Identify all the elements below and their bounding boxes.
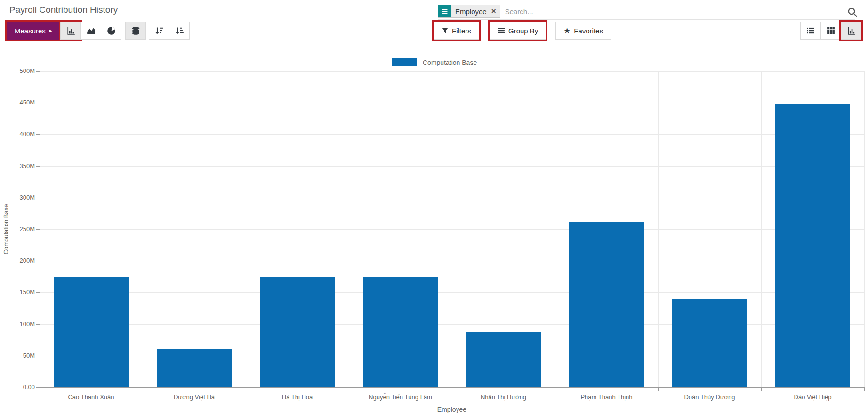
graph-view-icon bbox=[847, 26, 856, 35]
magnifier-icon[interactable] bbox=[847, 6, 862, 19]
bar-7[interactable] bbox=[672, 299, 747, 387]
y-tick-label: 150M bbox=[0, 289, 35, 296]
group-by-button[interactable]: Group By bbox=[490, 22, 546, 40]
x-tick-mark bbox=[349, 387, 349, 391]
y-axis-line bbox=[40, 71, 40, 387]
x-tick-mark bbox=[555, 387, 555, 391]
pivot-view-button[interactable] bbox=[820, 22, 841, 40]
x-tick-label: Đoàn Thùy Dương bbox=[684, 393, 735, 401]
x-tick-label: Cao Thanh Xuân bbox=[68, 393, 114, 401]
x-tick-label: Nguyễn Tiến Tùng Lâm bbox=[369, 393, 432, 401]
stacked-toggle-button[interactable] bbox=[125, 22, 146, 40]
gridline bbox=[143, 71, 143, 387]
gridline bbox=[452, 71, 452, 387]
gridline bbox=[761, 71, 762, 387]
x-axis-title: Employee bbox=[437, 406, 466, 413]
y-tick-mark bbox=[36, 324, 40, 325]
x-tick-label: Dương Việt Hà bbox=[174, 393, 215, 401]
filters-label: Filters bbox=[452, 27, 471, 35]
y-tick-label: 400M bbox=[0, 130, 35, 137]
gridline bbox=[246, 71, 246, 387]
y-tick-mark bbox=[36, 261, 40, 261]
sort-desc-icon bbox=[155, 26, 164, 35]
favorites-star-icon: ★ bbox=[563, 26, 571, 35]
group-by-lines-icon bbox=[498, 27, 505, 34]
y-tick-mark bbox=[36, 103, 40, 103]
sort-asc-icon bbox=[175, 26, 184, 35]
x-tick-mark bbox=[864, 387, 865, 391]
measures-label: Measures bbox=[15, 27, 46, 35]
legend-swatch bbox=[392, 58, 417, 66]
x-tick-mark bbox=[761, 387, 762, 391]
bar-1[interactable] bbox=[54, 277, 129, 387]
chart-legend[interactable]: Computation Base bbox=[392, 58, 477, 66]
y-tick-label: 100M bbox=[0, 321, 35, 328]
gridline bbox=[658, 71, 659, 387]
y-tick-label: 350M bbox=[0, 162, 35, 169]
y-tick-label: 500M bbox=[0, 67, 35, 74]
x-tick-mark bbox=[452, 387, 452, 391]
pivot-view-icon bbox=[827, 26, 835, 35]
stacked-icon bbox=[131, 26, 140, 35]
y-tick-mark bbox=[36, 387, 40, 388]
sort-desc-button[interactable] bbox=[149, 22, 169, 40]
x-tick-mark bbox=[143, 387, 143, 391]
facet-group-by-icon bbox=[438, 5, 451, 17]
search-facet-employee[interactable]: Employee × bbox=[438, 5, 500, 18]
x-tick-mark bbox=[658, 387, 659, 391]
y-tick-mark bbox=[36, 356, 40, 356]
bar-4[interactable] bbox=[363, 277, 438, 387]
area-chart-type-button[interactable] bbox=[80, 22, 101, 40]
y-tick-label: 300M bbox=[0, 194, 35, 201]
bar-2[interactable] bbox=[157, 349, 232, 387]
sort-asc-button[interactable] bbox=[169, 22, 190, 40]
measures-button[interactable]: Measures ▸ bbox=[7, 22, 60, 40]
y-tick-label: 200M bbox=[0, 257, 35, 264]
y-tick-mark bbox=[36, 166, 40, 167]
filters-button[interactable]: Filters bbox=[434, 22, 479, 40]
favorites-button[interactable]: ★ Favorites bbox=[555, 22, 611, 40]
x-tick-mark bbox=[40, 387, 40, 391]
gridline bbox=[555, 71, 555, 387]
facet-remove-icon[interactable]: × bbox=[490, 5, 500, 17]
y-tick-label: 0.00 bbox=[0, 384, 35, 391]
y-tick-label: 50M bbox=[0, 352, 35, 359]
page-title: Payroll Contribution History bbox=[9, 5, 118, 15]
legend-label: Computation Base bbox=[423, 59, 477, 66]
y-tick-label: 450M bbox=[0, 99, 35, 106]
toolbar-separator bbox=[0, 42, 868, 42]
bar-3[interactable] bbox=[260, 277, 335, 387]
search-bar: Employee × bbox=[438, 3, 855, 20]
y-tick-mark bbox=[36, 71, 40, 72]
bar-chart-type-button[interactable] bbox=[60, 22, 81, 40]
bar-chart-type-icon bbox=[66, 26, 75, 35]
gridline bbox=[349, 71, 349, 387]
gridline bbox=[864, 71, 865, 387]
x-tick-label: Phạm Thanh Thịnh bbox=[580, 393, 632, 401]
bar-5[interactable] bbox=[466, 332, 541, 387]
x-tick-label: Nhân Thị Hường bbox=[481, 393, 526, 401]
y-tick-mark bbox=[36, 134, 40, 135]
y-tick-mark bbox=[36, 229, 40, 230]
payroll-graph-view: Payroll Contribution History Employee × … bbox=[0, 0, 868, 417]
measures-caret-icon: ▸ bbox=[49, 27, 52, 34]
favorites-label: Favorites bbox=[574, 27, 603, 35]
group-by-label: Group By bbox=[508, 27, 538, 35]
area-chart-type-icon bbox=[87, 26, 96, 35]
x-tick-label: Đào Việt Hiệp bbox=[794, 393, 832, 401]
pie-chart-type-button[interactable] bbox=[101, 22, 121, 40]
bar-6[interactable] bbox=[569, 222, 644, 387]
search-input[interactable] bbox=[500, 8, 855, 16]
facet-label: Employee bbox=[451, 5, 490, 17]
x-tick-mark bbox=[246, 387, 246, 391]
y-tick-mark bbox=[36, 198, 40, 198]
filter-funnel-icon bbox=[442, 27, 449, 34]
x-tick-label: Hà Thị Hoa bbox=[282, 393, 313, 401]
list-view-button[interactable] bbox=[800, 22, 821, 40]
bar-8[interactable] bbox=[775, 104, 850, 387]
plot-area: 500M450M400M350M300M250M200M150M100M50M0… bbox=[40, 71, 864, 387]
list-view-icon bbox=[806, 26, 815, 35]
graph-view-button[interactable] bbox=[841, 22, 861, 40]
y-tick-mark bbox=[36, 292, 40, 293]
y-tick-label: 250M bbox=[0, 225, 35, 233]
